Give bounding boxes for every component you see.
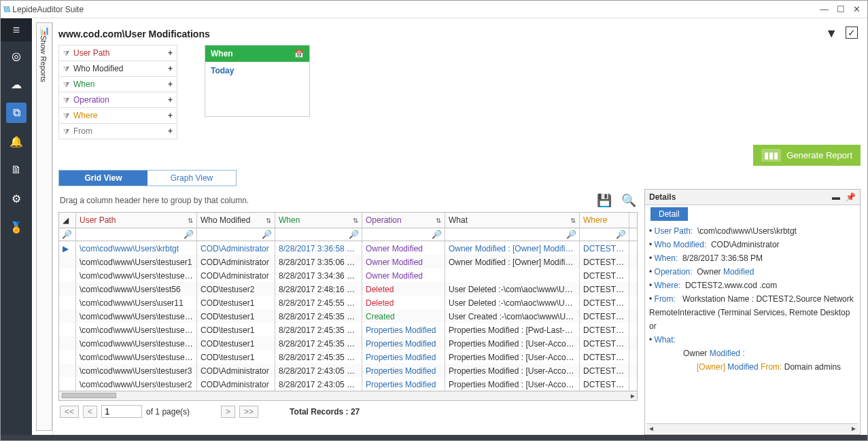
table-row[interactable]: \com\cod\www\Users\testuser11COD\testuse… (59, 336, 637, 350)
search-cell[interactable]: 🔎 (362, 228, 445, 241)
details-body: User Path: \com\cod\www\Users\krbtgt Who… (645, 219, 860, 423)
pager-page-input[interactable] (101, 405, 142, 418)
minimize-icon[interactable]: — (820, 4, 829, 14)
grid-header: ◢ User Path⇅ Who Modified⇅ When⇅ Operati… (58, 212, 638, 228)
rail-doc-icon[interactable]: 🗎 (6, 160, 27, 180)
rail-reports-icon[interactable]: ⧉ (6, 103, 27, 123)
scroll-thumb (62, 393, 116, 398)
add-filter-icon[interactable]: + (168, 126, 173, 136)
calendar-icon[interactable]: 📅 (294, 50, 304, 58)
cell-when: 8/28/2017 2:43:05 PM (275, 377, 362, 391)
show-reports-tab[interactable]: 📊 Show Reports (36, 22, 52, 431)
save-icon[interactable]: 💾 (597, 193, 612, 208)
cell-user-path: \com\cod\www\Users\testuser3 (76, 364, 197, 377)
col-where[interactable]: Where (580, 213, 629, 228)
filter-where[interactable]: ⧩Where+ (58, 108, 177, 124)
hamburger-icon[interactable]: ≡ (1, 18, 32, 41)
table-row[interactable]: \com\cod\www\Users\testuser11COD\testuse… (59, 323, 637, 336)
table-row[interactable]: \com\cod\www\Users\testuser11COD\testuse… (59, 350, 637, 364)
close-icon[interactable]: ✕ (853, 4, 861, 14)
search-cell[interactable]: 🔎 (59, 228, 76, 241)
cell-when: 8/28/2017 2:48:16 PM (275, 282, 362, 296)
rail-bell-icon[interactable]: 🔔 (6, 131, 27, 152)
table-row[interactable]: \com\cod\www\Users\testuser2COD\Administ… (59, 377, 637, 391)
status-bar (1, 435, 867, 440)
pager-last-button[interactable]: >> (239, 406, 258, 418)
cell-operation: Owner Modified (362, 268, 445, 282)
col-operation[interactable]: Operation⇅ (362, 213, 445, 228)
table-row[interactable]: \com\cod\www\Users\testuser11COD\testuse… (59, 309, 637, 323)
cell-who: COD\Administrator (197, 377, 275, 391)
details-minimize-icon[interactable]: ▬ (832, 192, 840, 202)
col-when[interactable]: When⇅ (275, 213, 362, 228)
search-cell[interactable]: 🔎 (76, 228, 197, 241)
cell-where: DCTEST2.www (580, 377, 629, 391)
chart-icon: ▮▮▮ (761, 149, 781, 162)
cell-when: 8/28/2017 2:43:05 PM (275, 364, 362, 377)
cell-user-path: \com\cod\www\Users\test56 (76, 282, 197, 296)
rail-badge-icon[interactable]: 🏅 (6, 217, 27, 237)
details-horizontal-scrollbar[interactable]: ◄ ► (646, 423, 858, 433)
col-who-modified[interactable]: Who Modified⇅ (197, 213, 275, 228)
filter-icon[interactable]: ▼ (825, 27, 837, 41)
add-filter-icon[interactable]: + (168, 48, 173, 58)
filter-when[interactable]: ⧩When+ (58, 77, 177, 92)
cell-what: Properties Modified : [Pwd-Last-Set] M..… (445, 323, 580, 336)
filter-user-path[interactable]: ⧩User Path+ (58, 46, 177, 61)
col-what[interactable]: What⇅ (445, 213, 580, 228)
add-filter-icon[interactable]: + (168, 111, 173, 120)
when-card-title: When (211, 49, 233, 58)
row-selector (59, 350, 76, 364)
apply-check-icon[interactable]: ✓ (846, 27, 858, 39)
search-icon[interactable]: 🔍 (621, 193, 636, 208)
col-user-path[interactable]: User Path⇅ (76, 213, 197, 228)
cell-what (445, 268, 580, 282)
rail-target-icon[interactable]: ◎ (6, 46, 27, 66)
table-row[interactable]: \com\cod\www\Users\testuser11COD\Adminis… (59, 268, 637, 282)
filter-who-modified[interactable]: ⧩Who Modified+ (58, 61, 177, 77)
cell-where: DCTEST2.www (580, 350, 629, 364)
scroll-right-icon: ► (629, 392, 637, 400)
tab-graph-view[interactable]: Graph View (147, 171, 236, 186)
search-icon: 🔎 (184, 230, 194, 239)
filter-stack: ⧩User Path+⧩Who Modified+⧩When+⧩Operatio… (58, 45, 177, 139)
generate-report-button[interactable]: ▮▮▮ Generate Report (753, 145, 861, 166)
row-selector (59, 268, 76, 282)
filter-operation[interactable]: ⧩Operation+ (58, 92, 177, 108)
search-cell[interactable]: 🔎 (275, 228, 362, 241)
rail-gear-icon[interactable]: ⚙ (6, 188, 27, 209)
pager-first-button[interactable]: << (60, 406, 79, 418)
add-filter-icon[interactable]: + (168, 64, 173, 73)
search-icon: 🔎 (432, 230, 442, 239)
cell-user-path: \com\cod\www\Users\testuser11 (76, 350, 197, 364)
search-cell[interactable]: 🔎 (445, 228, 580, 241)
maximize-icon[interactable]: ☐ (837, 4, 845, 14)
cell-user-path: \com\cod\www\Users\testuser11 (76, 268, 197, 282)
when-card-value[interactable]: Today (205, 62, 309, 116)
rail-cloud-icon[interactable]: ☁ (6, 74, 27, 94)
cell-when: 8/28/2017 2:45:35 PM (275, 309, 362, 323)
cell-user-path: \com\cod\www\Users\testuser1 (76, 255, 197, 268)
row-selector (59, 296, 76, 309)
horizontal-scrollbar[interactable]: ◄ ► (58, 391, 638, 401)
tab-grid-view[interactable]: Grid View (59, 171, 147, 186)
pager-next-button[interactable]: > (221, 406, 235, 418)
details-pin-icon[interactable]: 📌 (846, 192, 856, 202)
col-selector[interactable]: ◢ (59, 213, 76, 228)
search-cell[interactable]: 🔎 (197, 228, 275, 241)
table-row[interactable]: \com\cod\www\Users\test56COD\testuser28/… (59, 282, 637, 296)
add-filter-icon[interactable]: + (168, 95, 173, 105)
row-selector (59, 364, 76, 377)
cell-where: DCTEST2.www (580, 268, 629, 282)
search-cell[interactable]: 🔎 (580, 228, 629, 241)
table-row[interactable]: \com\cod\www\Users\testuser1COD\Administ… (59, 255, 637, 268)
pager-prev-button[interactable]: < (83, 406, 97, 418)
table-row[interactable]: \com\cod\www\Users\testuser3COD\Administ… (59, 364, 637, 377)
table-row[interactable]: \com\cod\www\Users\user11COD\testuser18/… (59, 296, 637, 309)
add-filter-icon[interactable]: + (168, 80, 173, 89)
scroll-right-icon: ► (850, 425, 857, 432)
cell-where: DCTEST2.www (580, 336, 629, 350)
table-row[interactable]: ▶\com\cod\www\Users\krbtgtCOD\Administra… (59, 241, 637, 255)
filter-from[interactable]: ⧩From+ (58, 124, 177, 139)
cell-who: COD\Administrator (197, 241, 275, 255)
